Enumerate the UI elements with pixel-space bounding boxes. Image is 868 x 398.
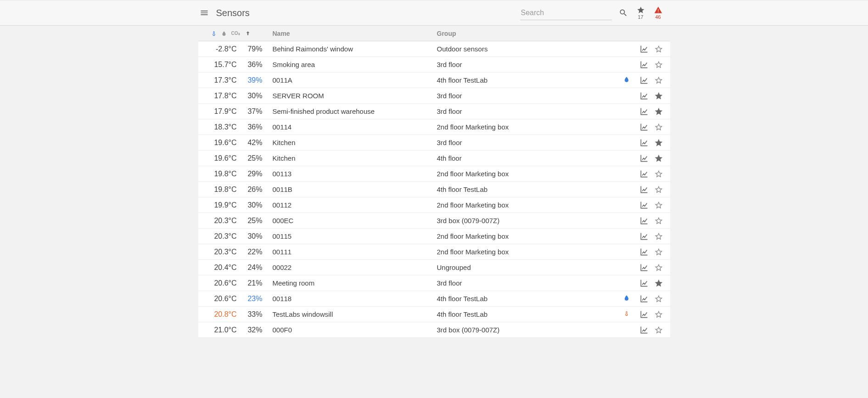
- cell-temperature: 21.0°C: [198, 326, 240, 334]
- cell-actions: [633, 309, 670, 320]
- favorite-toggle[interactable]: [654, 122, 664, 132]
- menu-button[interactable]: [195, 4, 213, 22]
- table-row[interactable]: 18.3°C36%001142nd floor Marketing box: [198, 119, 670, 135]
- chart-button[interactable]: [639, 75, 649, 85]
- favorite-toggle[interactable]: [654, 216, 664, 226]
- favorite-toggle[interactable]: [654, 200, 664, 210]
- favorite-toggle[interactable]: [654, 278, 664, 288]
- page-title: Sensors: [216, 8, 250, 18]
- search-button[interactable]: [615, 4, 632, 22]
- table-row[interactable]: 20.3°C25%000EC3rd box (0079-007Z): [198, 213, 670, 229]
- alerts-button[interactable]: 46: [650, 4, 667, 22]
- favorite-toggle[interactable]: [654, 309, 664, 320]
- cell-humidity: 79%: [240, 45, 267, 53]
- cell-group: Ungrouped: [437, 263, 583, 271]
- favorite-toggle[interactable]: [654, 138, 664, 148]
- column-header-name[interactable]: Name: [267, 30, 437, 37]
- favorite-toggle[interactable]: [654, 107, 664, 117]
- cell-sensor-name: Semi-finished product warehouse: [267, 107, 437, 115]
- favorite-toggle[interactable]: [654, 263, 664, 273]
- favorite-toggle[interactable]: [654, 325, 664, 335]
- table-row[interactable]: 19.9°C30%001122nd floor Marketing box: [198, 197, 670, 213]
- favorite-toggle[interactable]: [654, 60, 664, 70]
- cell-sensor-name: 00113: [267, 170, 437, 178]
- co2-header[interactable]: CO₂: [231, 31, 240, 36]
- chart-button[interactable]: [639, 294, 649, 304]
- cell-sensor-name: Meeting room: [267, 279, 437, 287]
- cell-group: 2nd floor Marketing box: [437, 248, 583, 256]
- favorite-toggle[interactable]: [654, 44, 664, 54]
- favorite-toggle[interactable]: [654, 294, 664, 304]
- table-header: CO₂ Name Group: [198, 26, 670, 41]
- favorite-toggle[interactable]: [654, 185, 664, 195]
- cell-actions: [633, 122, 670, 132]
- favorite-toggle[interactable]: [654, 153, 664, 163]
- column-header-group[interactable]: Group: [437, 30, 583, 37]
- chart-button[interactable]: [639, 263, 649, 273]
- cell-actions: [633, 263, 670, 273]
- cell-temperature: -2.8°C: [198, 45, 240, 53]
- chart-button[interactable]: [639, 91, 649, 101]
- table-row[interactable]: 17.9°C37%Semi-finished product warehouse…: [198, 104, 670, 119]
- cell-temperature: 20.6°C: [198, 295, 240, 303]
- chart-button[interactable]: [639, 122, 649, 132]
- cell-sensor-name: 00118: [267, 295, 437, 303]
- cell-group: 3rd floor: [437, 279, 583, 287]
- table-row[interactable]: 15.7°C36%Smoking area3rd floor: [198, 57, 670, 73]
- cell-humidity: 29%: [240, 170, 267, 178]
- cell-temperature: 20.6°C: [198, 279, 240, 287]
- search-input[interactable]: [520, 6, 612, 20]
- thermometer-icon[interactable]: [211, 30, 217, 37]
- cell-temperature: 18.3°C: [198, 123, 240, 131]
- chart-button[interactable]: [639, 200, 649, 210]
- chart-button[interactable]: [639, 185, 649, 195]
- chart-button[interactable]: [639, 278, 649, 288]
- table-row[interactable]: 19.8°C26%0011B4th floor TestLab: [198, 182, 670, 197]
- table-row[interactable]: 17.3°C39%0011A4th floor TestLab: [198, 73, 670, 88]
- table-row[interactable]: 20.6°C21%Meeting room3rd floor: [198, 275, 670, 291]
- chart-button[interactable]: [639, 153, 649, 163]
- chart-button[interactable]: [639, 138, 649, 148]
- chart-button[interactable]: [639, 216, 649, 226]
- table-row[interactable]: 21.0°C32%000F03rd box (0079-007Z): [198, 322, 670, 338]
- cell-actions: [633, 216, 670, 226]
- sort-arrow-up-icon[interactable]: [245, 30, 251, 37]
- favorite-toggle[interactable]: [654, 169, 664, 179]
- humidity-icon[interactable]: [221, 30, 227, 37]
- cell-sensor-name: 00114: [267, 123, 437, 131]
- chart-button[interactable]: [639, 231, 649, 241]
- chart-button[interactable]: [639, 309, 649, 320]
- cell-group: 2nd floor Marketing box: [437, 170, 583, 178]
- chart-button[interactable]: [639, 60, 649, 70]
- favorite-toggle[interactable]: [654, 75, 664, 85]
- table-row[interactable]: 17.8°C30%SERVER ROOM3rd floor: [198, 88, 670, 104]
- chart-button[interactable]: [639, 107, 649, 117]
- table-row[interactable]: 20.8°C33%TestLabs windowsill4th floor Te…: [198, 307, 670, 322]
- chart-button[interactable]: [639, 169, 649, 179]
- cell-sensor-name: Smoking area: [267, 61, 437, 68]
- favorite-toggle[interactable]: [654, 247, 664, 257]
- favorite-toggle[interactable]: [654, 231, 664, 241]
- chart-button[interactable]: [639, 325, 649, 335]
- table-row[interactable]: 20.4°C24%00022Ungrouped: [198, 260, 670, 275]
- chart-button[interactable]: [639, 44, 649, 54]
- table-row[interactable]: 20.3°C30%001152nd floor Marketing box: [198, 229, 670, 244]
- table-row[interactable]: 20.3°C22%001112nd floor Marketing box: [198, 244, 670, 260]
- favorites-button[interactable]: 17: [632, 4, 650, 22]
- cell-sensor-name: Behind Raimonds' window: [267, 45, 437, 53]
- cell-group: 3rd floor: [437, 107, 583, 115]
- favorites-count: 17: [638, 15, 643, 20]
- cell-temperature: 20.8°C: [198, 310, 240, 319]
- table-row[interactable]: 19.6°C25%Kitchen4th floor: [198, 151, 670, 166]
- favorite-toggle[interactable]: [654, 91, 664, 101]
- cell-actions: [633, 247, 670, 257]
- cell-temperature: 19.8°C: [198, 170, 240, 178]
- table-row[interactable]: 19.8°C29%001132nd floor Marketing box: [198, 166, 670, 182]
- cell-sensor-name: Kitchen: [267, 154, 437, 162]
- cell-group: 3rd floor: [437, 92, 583, 100]
- chart-button[interactable]: [639, 247, 649, 257]
- cell-humidity: 26%: [240, 185, 267, 194]
- table-row[interactable]: 19.6°C42%Kitchen3rd floor: [198, 135, 670, 151]
- table-row[interactable]: -2.8°C79%Behind Raimonds' windowOutdoor …: [198, 41, 670, 57]
- table-row[interactable]: 20.6°C23%001184th floor TestLab: [198, 291, 670, 307]
